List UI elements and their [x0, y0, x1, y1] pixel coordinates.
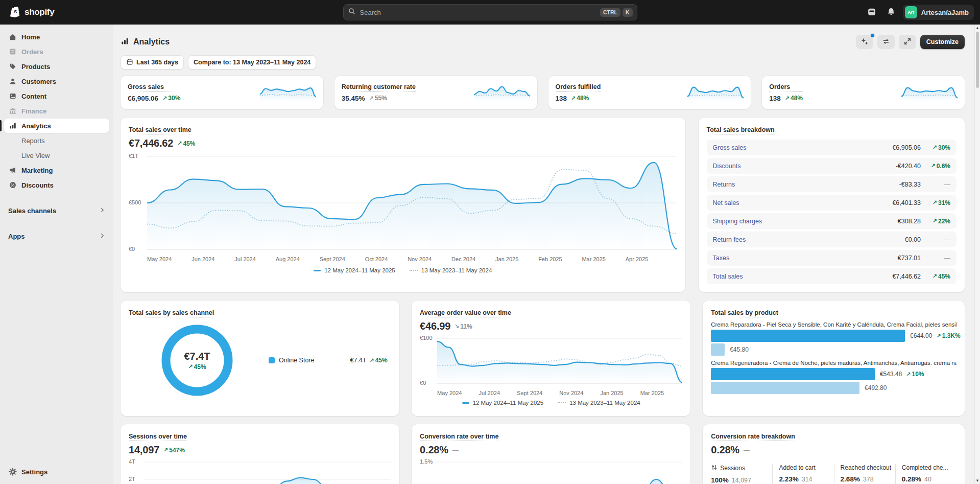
y-tick-label: €0: [129, 246, 135, 252]
total-sales-over-time-card: Total sales over time €7,446.62 ↗45% €1T…: [121, 118, 685, 292]
kpi-title[interactable]: Gross sales: [128, 83, 180, 91]
shopify-logo[interactable]: S shopify: [8, 4, 54, 20]
shopify-bag-icon: S: [8, 4, 21, 20]
neutral-dash: —: [944, 181, 950, 188]
breakdown-row-gross-sales[interactable]: Gross sales€6,905.06↗30%: [707, 140, 957, 155]
conversion-rate-over-time-title[interactable]: Conversion rate over time: [420, 433, 498, 441]
cycle-icon: [882, 37, 890, 47]
kpi-value: €6,905.06: [128, 95, 158, 102]
expand-button[interactable]: [899, 35, 916, 49]
ai-insights-button[interactable]: [856, 35, 873, 49]
sidebar-item-reports[interactable]: Reports: [4, 133, 109, 148]
compare-button[interactable]: Compare to: 13 May 2023–11 May 2024: [188, 55, 316, 70]
sidebar-item-analytics[interactable]: Analytics: [4, 119, 109, 133]
conversion-rate-value: 0.28%: [420, 444, 448, 456]
kpi-title[interactable]: Returning customer rate: [342, 83, 416, 91]
analytics-icon: [8, 121, 17, 130]
total-sales-by-channel-title[interactable]: Total sales by sales channel: [129, 309, 214, 317]
breakdown-row-taxes[interactable]: Taxes€737.01—: [707, 250, 957, 266]
sidebar-item-marketing[interactable]: Marketing: [4, 163, 109, 177]
breakdown-label[interactable]: Return fees: [713, 236, 746, 243]
breakdown-row-discounts[interactable]: Discounts-€420.40↗0.6%: [707, 158, 957, 174]
funnel-step-sessions: Sessions100%14,097: [711, 464, 772, 484]
trend-up-icon: ↗: [906, 371, 911, 378]
y-axis-labels: 1.5%: [420, 459, 435, 484]
product-label[interactable]: Crema Reparadora - Piel Seca y Sensible,…: [711, 321, 957, 328]
refresh-cycle-button[interactable]: [877, 35, 895, 49]
trend-down-icon: ↘: [455, 323, 459, 330]
sidebar-item-finance[interactable]: Finance: [4, 104, 109, 118]
neutral-dash: —: [744, 447, 750, 454]
kpi-title[interactable]: Orders: [769, 83, 803, 91]
breakdown-row-total-sales[interactable]: Total sales€7,446.62↗45%: [707, 268, 957, 284]
breakdown-label[interactable]: Total sales: [713, 273, 743, 280]
conversion-rate-breakdown-title[interactable]: Conversion rate breakdown: [711, 433, 795, 441]
breakdown-label[interactable]: Net sales: [713, 199, 739, 206]
scrollbar-thumb[interactable]: [976, 32, 979, 88]
sidebar-item-content[interactable]: Content: [4, 89, 109, 103]
product-previous-bar[interactable]: [711, 382, 859, 394]
breakdown-row-returns[interactable]: Returns-€83.33—: [707, 176, 957, 192]
sales-channel-donut-chart[interactable]: €7.4T ↗45%: [157, 320, 237, 400]
neutral-dash: —: [452, 447, 459, 454]
sessions-over-time-title[interactable]: Sessions over time: [129, 433, 187, 441]
total-sales-by-product-title[interactable]: Total sales by product: [711, 309, 778, 317]
kpi-card-orders-fulfilled: Orders fulfilled138↗48%: [548, 76, 751, 109]
average-order-value-title[interactable]: Average order value over time: [420, 309, 511, 317]
breakdown-row-return-fees[interactable]: Return fees€0.00—: [707, 232, 957, 247]
breakdown-row-shipping-charges[interactable]: Shipping charges€308.28↗22%: [707, 213, 957, 229]
aov-line-chart[interactable]: [437, 334, 682, 387]
date-range-button[interactable]: Last 365 days: [121, 55, 184, 70]
trend-up-icon: ↗: [936, 333, 941, 339]
funnel-step-label: Sessions: [720, 465, 745, 472]
x-tick-label: Apr 2025: [626, 256, 649, 262]
conversion-rate-breakdown-card: Conversion rate breakdown 0.28% — Sessio…: [703, 424, 965, 484]
donut-center-value: €7.4T: [184, 351, 210, 362]
funnel-step-pct: 100%: [711, 476, 729, 484]
customize-button[interactable]: Customize: [920, 35, 965, 49]
scroll-down-arrow[interactable]: ▼: [975, 478, 980, 483]
sidebar-item-settings[interactable]: Settings: [4, 465, 109, 479]
sidebar-item-orders[interactable]: Orders: [4, 44, 109, 59]
total-sales-line-chart[interactable]: [147, 151, 677, 253]
funnel-step-count: 378: [863, 476, 874, 483]
x-tick-label: May 2024: [437, 390, 462, 396]
conversion-line-chart[interactable]: [435, 459, 682, 484]
breakdown-label[interactable]: Returns: [713, 181, 735, 188]
sidebar-item-customers[interactable]: Customers: [4, 74, 109, 88]
product-current-bar[interactable]: [711, 330, 905, 342]
total-sales-over-time-title[interactable]: Total sales over time: [129, 126, 192, 134]
sidebar-item-home[interactable]: Home: [4, 30, 109, 44]
product-current-bar[interactable]: [711, 368, 875, 380]
breakdown-row-net-sales[interactable]: Net sales€6,401.33↗31%: [707, 195, 957, 211]
breakdown-label[interactable]: Gross sales: [713, 144, 747, 151]
breakdown-label[interactable]: Taxes: [713, 255, 730, 262]
sidekick-button[interactable]: [864, 5, 879, 20]
scroll-up-arrow[interactable]: ▲: [975, 26, 980, 30]
breakdown-label[interactable]: Shipping charges: [713, 218, 762, 225]
sidebar-item-discounts[interactable]: Discounts: [4, 178, 109, 192]
funnel-step-pct: 2.23%: [779, 475, 798, 483]
sidebar-item-live-view[interactable]: Live View: [4, 148, 109, 163]
page-title: Analytics: [121, 37, 170, 48]
notifications-button[interactable]: [883, 5, 899, 20]
product-previous-bar[interactable]: [711, 343, 725, 356]
store-account-button[interactable]: Art ArtesaníaJamb: [903, 5, 974, 20]
product-label[interactable]: Crema Regeneradora - Crema de Noche, pie…: [711, 360, 957, 366]
funnel-step-count: 314: [802, 476, 812, 483]
sidebar-section-sales-channels[interactable]: Sales channels: [4, 203, 109, 218]
sidebar-section-apps[interactable]: Apps: [4, 229, 109, 243]
kpi-title[interactable]: Orders fulfilled: [556, 83, 601, 91]
legend-current: 12 May 2024–11 May 2025: [314, 267, 395, 273]
sessions-line-chart[interactable]: [144, 459, 391, 484]
breakdown-label[interactable]: Discounts: [713, 163, 741, 170]
sidebar-item-products[interactable]: Products: [4, 59, 109, 74]
online-store-delta: ↗45%: [369, 357, 387, 364]
funnel-step-reached-checkout: Reached checkout2.68%378: [834, 464, 895, 484]
shopify-wordmark: shopify: [25, 7, 54, 17]
y-tick-label: €1T: [129, 153, 138, 159]
search-input[interactable]: Search CTRL K: [343, 4, 637, 20]
sidebar-item-label: Marketing: [21, 167, 53, 174]
total-sales-breakdown-title[interactable]: Total sales breakdown: [707, 126, 775, 134]
vertical-scrollbar[interactable]: ▲ ▼: [974, 25, 980, 484]
